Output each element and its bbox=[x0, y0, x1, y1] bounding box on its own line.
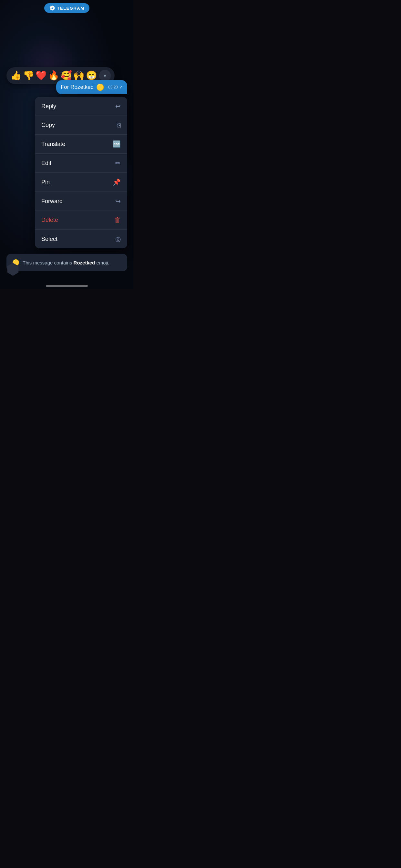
reaction-clap[interactable]: 🙌 bbox=[73, 71, 85, 80]
menu-item-forward-label: Forward bbox=[41, 198, 63, 205]
reaction-love[interactable]: 🥰 bbox=[61, 71, 72, 80]
menu-item-select-label: Select bbox=[41, 236, 58, 243]
menu-item-reply-label: Reply bbox=[41, 103, 56, 110]
select-icon: ◎ bbox=[115, 235, 121, 243]
reaction-more-button[interactable]: ▾ bbox=[99, 70, 111, 82]
menu-item-reply[interactable]: Reply ↩ bbox=[35, 97, 127, 116]
reply-icon: ↩ bbox=[115, 102, 121, 110]
menu-item-forward[interactable]: Forward ↪ bbox=[35, 192, 127, 211]
menu-item-translate[interactable]: Translate 🔤 bbox=[35, 135, 127, 154]
menu-item-translate-label: Translate bbox=[41, 141, 65, 148]
pin-icon: 📌 bbox=[113, 178, 121, 186]
edit-icon: ✏ bbox=[115, 159, 121, 167]
info-box-text: This message contains Rozetked emoji. bbox=[23, 259, 109, 266]
reaction-grin[interactable]: 😁 bbox=[86, 71, 97, 80]
telegram-badge: TELEGRAM bbox=[44, 3, 90, 13]
reaction-heart[interactable]: ❤️ bbox=[35, 71, 47, 80]
telegram-icon bbox=[50, 5, 55, 11]
delete-icon: 🗑 bbox=[114, 216, 121, 224]
menu-item-pin[interactable]: Pin 📌 bbox=[35, 173, 127, 192]
home-indicator bbox=[46, 285, 88, 287]
menu-item-delete[interactable]: Delete 🗑 bbox=[35, 211, 127, 229]
copy-icon: ⎘ bbox=[117, 121, 121, 129]
message-meta: 03:20 ✓ bbox=[108, 85, 123, 90]
forward-icon: ↪ bbox=[115, 197, 121, 205]
menu-item-delete-label: Delete bbox=[41, 217, 58, 223]
telegram-label: TELEGRAM bbox=[57, 6, 85, 11]
message-bubble: For Rozetked 🟡 03:20 ✓ bbox=[56, 80, 127, 94]
reaction-fire[interactable]: 🔥 bbox=[48, 71, 59, 80]
message-time: 03:20 bbox=[108, 85, 118, 89]
message-read-check: ✓ bbox=[119, 85, 123, 90]
reaction-thumbsup[interactable]: 👍 bbox=[10, 71, 22, 80]
reaction-thumbsdown[interactable]: 👎 bbox=[23, 71, 34, 80]
menu-item-pin-label: Pin bbox=[41, 179, 50, 186]
menu-item-select[interactable]: Select ◎ bbox=[35, 229, 127, 248]
menu-item-edit-label: Edit bbox=[41, 160, 51, 166]
menu-item-edit[interactable]: Edit ✏ bbox=[35, 154, 127, 173]
message-text: For Rozetked bbox=[61, 84, 94, 90]
translate-icon: 🔤 bbox=[113, 140, 121, 148]
menu-item-copy[interactable]: Copy ⎘ bbox=[35, 116, 127, 135]
chevron-down-icon: ▾ bbox=[104, 73, 106, 79]
message-rozetked-emoji: 🟡 bbox=[96, 83, 104, 91]
info-box: 🟡 This message contains Rozetked emoji. bbox=[6, 254, 127, 271]
menu-item-copy-label: Copy bbox=[41, 122, 55, 128]
context-menu: Reply ↩ Copy ⎘ Translate 🔤 Edit ✏ Pin 📌 … bbox=[35, 97, 127, 248]
